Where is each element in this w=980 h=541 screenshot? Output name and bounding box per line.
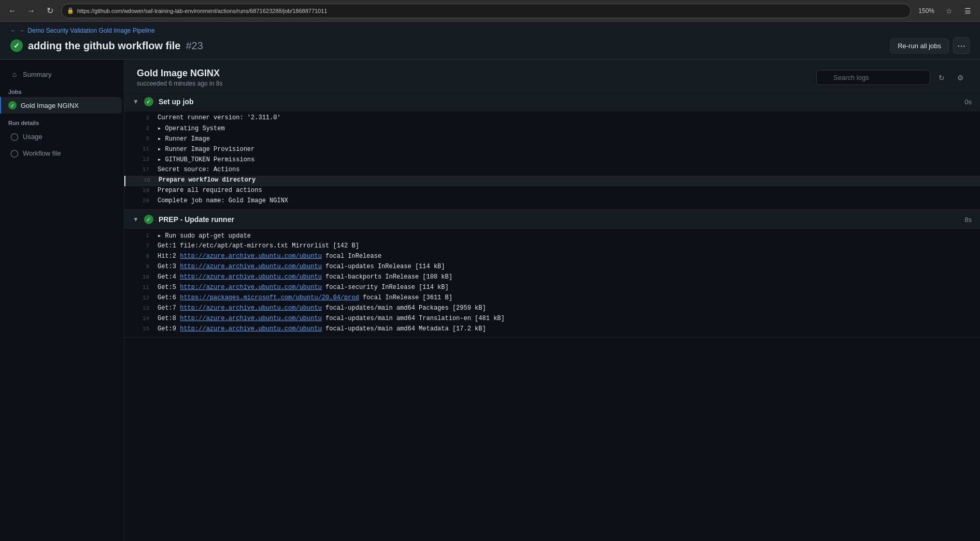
log-line: 9 Get:3 http://azure.archive.ubuntu.com/… <box>124 262 980 273</box>
line-number: 1 <box>133 114 149 121</box>
line-content: Get:8 http://azure.archive.ubuntu.com/ub… <box>158 315 972 322</box>
browser-chrome: ← → ↻ 🔒 https://github.com/wdower/saf-tr… <box>0 0 980 22</box>
log-line: 1 ▸ Run sudo apt-get update <box>124 231 980 242</box>
line-number: 15 <box>133 325 149 332</box>
step-section-prep-update: ▼ ✓ PREP - Update runner 8s 1 ▸ Run sudo… <box>124 210 980 338</box>
extensions-button[interactable]: ☰ <box>960 4 975 18</box>
line-content: ▸ Runner Image <box>158 135 972 143</box>
bookmark-button[interactable]: ☆ <box>942 4 956 18</box>
log-line: 11 Get:5 http://azure.archive.ubuntu.com… <box>124 283 980 294</box>
summary-label: Summary <box>23 71 52 78</box>
rerun-all-jobs-button[interactable]: Re-run all jobs <box>890 38 949 53</box>
back-arrow-icon: ← <box>10 27 17 34</box>
line-content: Get:4 http://azure.archive.ubuntu.com/ub… <box>158 273 972 281</box>
header-actions: Re-run all jobs ⋯ <box>890 37 970 54</box>
step-duration-setup: 0s <box>964 98 972 106</box>
more-options-button[interactable]: ⋯ <box>953 37 970 54</box>
step-name-prep: PREP - Update runner <box>159 215 234 224</box>
run-success-icon: ✓ <box>10 39 23 52</box>
job-header: Gold Image NGINX succeeded 6 minutes ago… <box>124 60 980 92</box>
line-number: 11 <box>133 284 149 290</box>
line-number: 1 <box>133 232 149 239</box>
search-logs-input[interactable] <box>816 70 930 85</box>
ubuntu-link[interactable]: http://azure.archive.ubuntu.com/ubuntu <box>180 253 322 260</box>
line-content: Get:1 file:/etc/apt/apt-mirrors.txt Mirr… <box>158 242 972 249</box>
workflow-name: adding the github workflow file <box>28 40 180 52</box>
search-logs-wrapper: 🔍 <box>816 70 930 85</box>
page-title: ✓ adding the github workflow file #23 <box>10 39 203 52</box>
refresh-button[interactable]: ↻ <box>934 71 949 85</box>
sidebar: ⌂ Summary Jobs ✓ Gold Image NGINX Run de… <box>0 60 124 541</box>
log-line: 2 ▸ Operating System <box>124 124 980 134</box>
step-header-prep-update[interactable]: ▼ ✓ PREP - Update runner 8s <box>124 210 980 229</box>
run-number: #23 <box>186 40 203 52</box>
step-name-setup: Set up job <box>159 98 194 106</box>
ubuntu-link[interactable]: http://azure.archive.ubuntu.com/ubuntu <box>180 304 322 312</box>
line-number: 8 <box>133 253 149 259</box>
page-wrapper: ← ← Demo Security Validation Gold Image … <box>0 22 980 541</box>
line-content: Secret source: Actions <box>158 166 972 173</box>
line-number: 13 <box>133 156 149 162</box>
job-name-label: Gold Image NGINX <box>21 102 79 109</box>
log-panel: Gold Image NGINX succeeded 6 minutes ago… <box>124 60 980 541</box>
line-number: 19 <box>133 187 149 193</box>
sidebar-item-usage[interactable]: ◯ Usage <box>2 128 122 145</box>
step-success-icon: ✓ <box>144 215 153 224</box>
ubuntu-link[interactable]: http://azure.archive.ubuntu.com/ubuntu <box>180 315 322 322</box>
usage-icon: ◯ <box>10 132 19 141</box>
log-line: 1 Current runner version: '2.311.0' <box>124 114 980 124</box>
step-section-setup-job: ▼ ✓ Set up job 0s 1 Current runner versi… <box>124 92 980 210</box>
log-lines-setup: 1 Current runner version: '2.311.0' 2 ▸ … <box>124 112 980 209</box>
line-number: 18 <box>134 176 150 183</box>
file-icon: ◯ <box>10 149 19 157</box>
sidebar-item-summary[interactable]: ⌂ Summary <box>2 66 122 82</box>
log-line: 13 ▸ GITHUB_TOKEN Permissions <box>124 155 980 165</box>
line-number: 20 <box>133 197 149 204</box>
ubuntu-link[interactable]: http://azure.archive.ubuntu.com/ubuntu <box>180 284 322 291</box>
log-line: 17 Secret source: Actions <box>124 165 980 176</box>
log-line: 7 Get:1 file:/etc/apt/apt-mirrors.txt Mi… <box>124 242 980 252</box>
page-title-row: ✓ adding the github workflow file #23 Re… <box>10 37 970 54</box>
line-content: ▸ Run sudo apt-get update <box>158 232 972 240</box>
line-number: 10 <box>133 273 149 280</box>
reload-button[interactable]: ↻ <box>42 4 57 18</box>
job-meta: succeeded 6 minutes ago in 8s <box>137 80 222 87</box>
run-details-section-label: Run details <box>0 114 124 128</box>
line-content: ▸ GITHUB_TOKEN Permissions <box>158 156 972 163</box>
shield-icon: 🔒 <box>67 7 74 14</box>
job-title: Gold Image NGINX <box>137 68 222 79</box>
forward-button[interactable]: → <box>24 4 38 18</box>
workflow-file-label: Workflow file <box>23 149 61 157</box>
settings-button[interactable]: ⚙ <box>953 71 968 85</box>
ubuntu-link[interactable]: http://azure.archive.ubuntu.com/ubuntu <box>180 273 322 281</box>
breadcrumb: ← ← Demo Security Validation Gold Image … <box>10 27 970 34</box>
job-title-info: Gold Image NGINX succeeded 6 minutes ago… <box>137 68 222 87</box>
ubuntu-link[interactable]: http://azure.archive.ubuntu.com/ubuntu <box>180 325 322 332</box>
back-button[interactable]: ← <box>5 4 20 18</box>
log-line: 13 Get:7 http://azure.archive.ubuntu.com… <box>124 304 980 314</box>
line-number: 6 <box>133 135 149 142</box>
jobs-section-label: Jobs <box>0 82 124 97</box>
sidebar-item-gold-image-nginx[interactable]: ✓ Gold Image NGINX <box>0 97 122 114</box>
line-number: 7 <box>133 242 149 249</box>
sidebar-item-workflow-file[interactable]: ◯ Workflow file <box>2 145 122 161</box>
line-number: 14 <box>133 315 149 322</box>
line-content: Get:3 http://azure.archive.ubuntu.com/ub… <box>158 263 972 270</box>
log-line: 14 Get:8 http://azure.archive.ubuntu.com… <box>124 314 980 325</box>
step-duration-prep: 8s <box>964 216 972 224</box>
log-line: 19 Prepare all required actions <box>124 186 980 197</box>
url-text: https://github.com/wdower/saf-training-l… <box>77 8 327 14</box>
ubuntu-link[interactable]: http://azure.archive.ubuntu.com/ubuntu <box>180 263 322 270</box>
address-bar[interactable]: 🔒 https://github.com/wdower/saf-training… <box>61 4 911 18</box>
log-line: 11 ▸ Runner Image Provisioner <box>124 145 980 155</box>
chevron-down-icon: ▼ <box>133 216 139 223</box>
line-content: Hit:2 http://azure.archive.ubuntu.com/ub… <box>158 253 972 260</box>
zoom-level: 150% <box>915 7 938 15</box>
step-header-setup-job[interactable]: ▼ ✓ Set up job 0s <box>124 92 980 112</box>
log-line-highlighted: 18 Prepare workflow directory <box>124 176 980 186</box>
breadcrumb-link[interactable]: ← Demo Security Validation Gold Image Pi… <box>20 27 155 34</box>
log-line: 20 Complete job name: Gold Image NGINX <box>124 197 980 207</box>
log-line: 8 Hit:2 http://azure.archive.ubuntu.com/… <box>124 252 980 262</box>
microsoft-link[interactable]: https://packages.microsoft.com/ubuntu/20… <box>180 294 359 301</box>
page-header: ← ← Demo Security Validation Gold Image … <box>0 22 980 60</box>
